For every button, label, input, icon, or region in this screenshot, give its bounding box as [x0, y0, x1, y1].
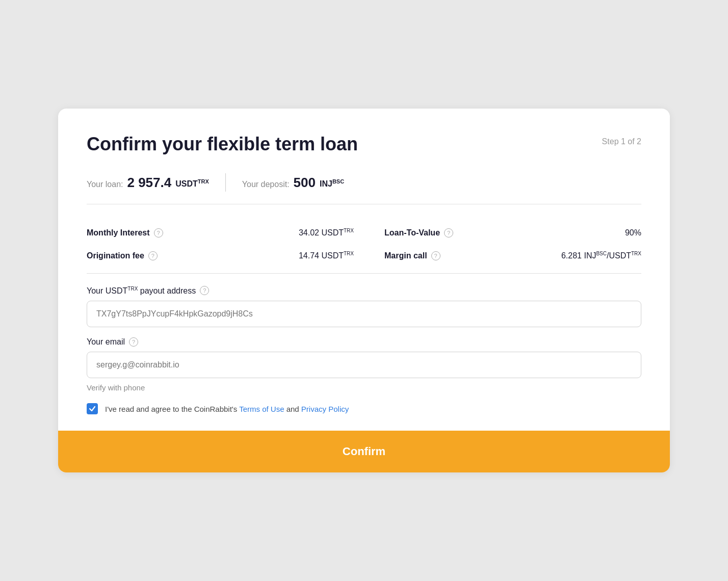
monthly-interest-value: 34.02 USDTTRX	[299, 228, 354, 237]
deposit-currency: INJBSC	[320, 178, 344, 189]
loan-to-value-cell: Loan-To-Value ? 90%	[364, 219, 641, 247]
your-loan-label: Your loan:	[87, 180, 123, 189]
loan-amount-item: Your loan: 2 957.4 USDTTRX	[87, 175, 209, 191]
deposit-amount: 500	[294, 175, 316, 191]
monthly-interest-label-group: Monthly Interest ?	[87, 228, 163, 237]
payout-address-input[interactable]	[87, 301, 641, 327]
privacy-link[interactable]: Privacy Policy	[301, 405, 349, 413]
margin-call-label-group: Margin call ?	[384, 251, 440, 260]
monthly-interest-cell: Monthly Interest ? 34.02 USDTTRX	[87, 219, 364, 247]
deposit-amount-item: Your deposit: 500 INJBSC	[242, 175, 344, 191]
loan-currency: USDTTRX	[175, 178, 209, 189]
confirm-button[interactable]: Confirm	[58, 431, 670, 472]
monthly-interest-label: Monthly Interest	[87, 228, 150, 237]
loan-to-value-label-group: Loan-To-Value ?	[384, 228, 453, 237]
confirm-loan-card: Confirm your flexible term loan Step 1 o…	[58, 109, 670, 472]
origination-fee-label-group: Origination fee ?	[87, 251, 158, 260]
email-section: Your email ? Verify with phone	[87, 337, 641, 392]
margin-call-cell: Margin call ? 6.281 INJBSC/USDTTRX	[364, 247, 641, 273]
email-input[interactable]	[87, 352, 641, 378]
loan-to-value-value: 90%	[625, 228, 641, 237]
loan-amount: 2 957.4	[127, 175, 171, 191]
email-help-icon[interactable]: ?	[129, 337, 138, 347]
verify-phone-link[interactable]: Verify with phone	[87, 383, 641, 392]
payout-address-section: Your USDTTRX payout address ?	[87, 286, 641, 327]
your-deposit-label: Your deposit:	[242, 180, 290, 189]
loan-to-value-help-icon[interactable]: ?	[444, 228, 453, 237]
origination-fee-cell: Origination fee ? 14.74 USDTTRX	[87, 247, 364, 273]
monthly-interest-help-icon[interactable]: ?	[154, 228, 163, 237]
details-grid: Monthly Interest ? 34.02 USDTTRX Loan-To…	[87, 219, 641, 273]
card-header: Confirm your flexible term loan Step 1 o…	[87, 133, 641, 155]
summary-divider	[225, 173, 226, 192]
details-divider	[87, 273, 641, 274]
loan-to-value-label: Loan-To-Value	[384, 228, 440, 237]
agreement-row: I've read and agree to the CoinRabbit's …	[87, 403, 641, 414]
page-title: Confirm your flexible term loan	[87, 133, 358, 155]
margin-call-label: Margin call	[384, 251, 427, 260]
agreement-text: I've read and agree to the CoinRabbit's …	[105, 405, 349, 413]
margin-call-help-icon[interactable]: ?	[431, 251, 440, 260]
terms-link[interactable]: Terms of Use	[239, 405, 284, 413]
origination-fee-help-icon[interactable]: ?	[148, 251, 158, 260]
origination-fee-label: Origination fee	[87, 251, 144, 260]
step-indicator: Step 1 of 2	[602, 133, 641, 146]
payout-address-label: Your USDTTRX payout address ?	[87, 286, 641, 296]
agreement-checkbox[interactable]	[87, 403, 98, 414]
payout-help-icon[interactable]: ?	[200, 286, 209, 295]
checkmark-icon	[89, 405, 96, 412]
margin-call-value: 6.281 INJBSC/USDTTRX	[561, 251, 641, 260]
origination-fee-value: 14.74 USDTTRX	[299, 251, 354, 260]
email-label: Your email ?	[87, 337, 641, 347]
loan-summary: Your loan: 2 957.4 USDTTRX Your deposit:…	[87, 173, 641, 204]
